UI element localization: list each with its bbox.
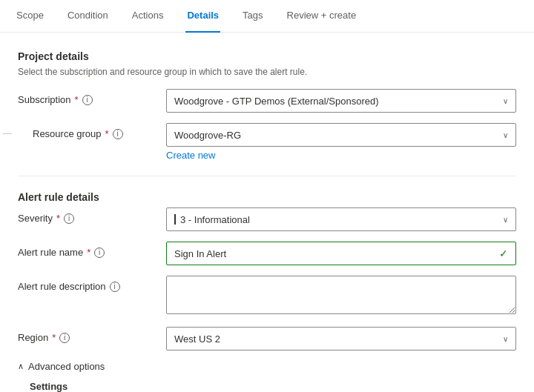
severity-label: Severity * i [18, 207, 166, 224]
alert-rule-name-row: Alert rule name * i ✓ [18, 242, 516, 265]
subscription-dropdown-arrow: ∨ [503, 97, 508, 105]
subscription-label: Subscription * i [18, 89, 166, 105]
subscription-info-icon[interactable]: i [82, 95, 93, 105]
severity-dropdown[interactable]: 3 - Informational ∨ [166, 207, 516, 231]
advanced-options-content: Settings Enable upon creation i Automati… [18, 381, 516, 392]
alert-rule-name-required: * [87, 247, 90, 258]
advanced-options-section: ∧ Advanced options Settings Enable upon … [18, 361, 516, 392]
region-row: Region * i West US 2 ∨ [18, 327, 516, 351]
subscription-required: * [75, 94, 79, 105]
region-label: Region * i [18, 327, 166, 343]
alert-rule-name-control: ✓ [166, 242, 516, 265]
region-dropdown[interactable]: West US 2 ∨ [166, 327, 516, 351]
resource-group-row: Resource group * i Woodgrove-RG ∨ Create… [18, 123, 516, 161]
severity-control: 3 - Informational ∨ [166, 207, 516, 231]
resource-group-label: Resource group * i [33, 123, 166, 139]
alert-rule-description-label: Alert rule description i [18, 276, 166, 292]
section-divider-1 [18, 176, 516, 176]
nav-scope[interactable]: Scope [15, 0, 45, 33]
subscription-dropdown[interactable]: Woodgrove - GTP Demos (External/Sponsore… [166, 89, 516, 113]
severity-info-icon[interactable]: i [64, 213, 74, 224]
alert-rule-description-input[interactable] [166, 276, 516, 314]
severity-dropdown-arrow: ∨ [503, 216, 508, 224]
alert-rule-details-title: Alert rule details [18, 191, 516, 203]
nav-tags[interactable]: Tags [241, 0, 264, 33]
alert-rule-name-label: Alert rule name * i [18, 242, 166, 258]
project-details-section: Project details Select the subscription … [18, 50, 516, 161]
alert-rule-description-info-icon[interactable]: i [110, 282, 120, 292]
advanced-options-header[interactable]: ∧ Advanced options [18, 361, 516, 372]
project-details-description: Select the subscription and resource gro… [18, 67, 516, 77]
severity-required: * [56, 213, 60, 224]
alert-rule-details-section: Alert rule details Severity * i 3 - Info… [18, 191, 516, 351]
resource-group-control: Woodgrove-RG ∨ Create new [166, 123, 516, 161]
nav-review-create[interactable]: Review + create [286, 0, 358, 33]
alert-rule-name-info-icon[interactable]: i [94, 248, 105, 258]
resource-group-info-icon[interactable]: i [113, 129, 123, 139]
create-new-link[interactable]: Create new [166, 150, 215, 161]
region-control: West US 2 ∨ [166, 327, 516, 351]
alert-rule-name-input[interactable] [174, 248, 495, 259]
severity-cursor [174, 214, 176, 225]
subscription-row: Subscription * i Woodgrove - GTP Demos (… [18, 89, 516, 113]
main-content: Project details Select the subscription … [0, 33, 534, 392]
severity-row: Severity * i 3 - Informational ∨ [18, 207, 516, 231]
resource-group-dropdown[interactable]: Woodgrove-RG ∨ [166, 123, 516, 147]
settings-title: Settings [30, 381, 516, 392]
subscription-control: Woodgrove - GTP Demos (External/Sponsore… [166, 89, 516, 113]
resource-group-required: * [105, 128, 109, 139]
advanced-options-label: Advanced options [28, 361, 105, 372]
advanced-chevron-icon: ∧ [18, 362, 24, 371]
alert-rule-name-valid-icon: ✓ [499, 248, 508, 259]
top-navigation: Scope Condition Actions Details Tags Rev… [0, 0, 534, 33]
nav-condition[interactable]: Condition [66, 0, 110, 33]
alert-rule-description-control [166, 276, 516, 316]
alert-rule-name-input-wrapper: ✓ [166, 242, 516, 265]
resource-group-dropdown-arrow: ∨ [503, 131, 508, 139]
region-required: * [52, 332, 56, 343]
nav-actions[interactable]: Actions [131, 0, 165, 33]
region-info-icon[interactable]: i [59, 333, 70, 343]
region-dropdown-arrow: ∨ [503, 335, 508, 343]
project-details-title: Project details [18, 50, 516, 62]
alert-rule-description-row: Alert rule description i [18, 276, 516, 316]
nav-details[interactable]: Details [185, 0, 220, 33]
